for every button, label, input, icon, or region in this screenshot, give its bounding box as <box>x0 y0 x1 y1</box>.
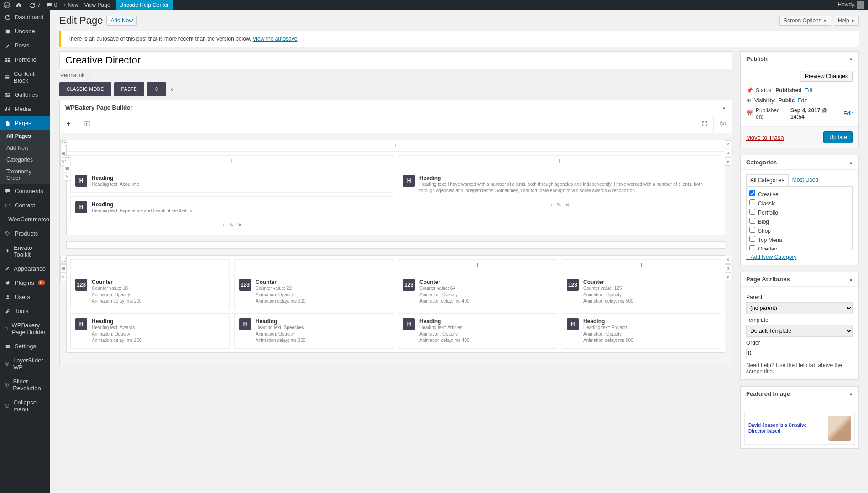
spacer-row[interactable] <box>66 241 725 249</box>
delete-icon[interactable]: ✕ <box>565 202 570 208</box>
sidebar-item-content-block[interactable]: Content Block <box>0 67 50 88</box>
row-delete-icon[interactable]: ✕ <box>725 256 731 264</box>
help-button[interactable]: Help ▼ <box>834 16 859 26</box>
edit-icon[interactable]: ✎ <box>229 222 234 228</box>
heading-element[interactable]: H HeadingHeading text: SpeechesAnimation… <box>234 313 393 349</box>
sidebar-item-dashboard[interactable]: Dashboard <box>0 10 50 24</box>
heading-element[interactable]: H Heading Heading text: I have worked wi… <box>398 170 721 199</box>
screen-options-button[interactable]: Screen Options ▼ <box>779 16 831 26</box>
row-move-icon[interactable]: ⛶ <box>60 140 67 148</box>
col-move-icon[interactable]: ⛶ <box>64 155 70 163</box>
sidebar-item-uncode[interactable]: Uncode <box>0 24 50 38</box>
howdy-text[interactable]: Howdy, <box>838 1 864 9</box>
row-delete-icon[interactable]: ✕ <box>725 140 731 148</box>
sidebar-item-pages[interactable]: Pages <box>0 116 50 130</box>
sidebar-item-contact[interactable]: Contact <box>0 198 50 212</box>
featured-image-metabox-header[interactable]: Featured Image▲ <box>741 387 858 401</box>
add-element-icon[interactable]: + <box>60 115 78 133</box>
edit-date-link[interactable]: Edit <box>843 110 853 117</box>
builder-panel-header[interactable]: WPBakery Page Builder ▲ <box>60 100 732 115</box>
sidebar-item-plugins[interactable]: Plugins6 <box>0 276 50 290</box>
sidebar-item-comments[interactable]: Comments <box>0 184 50 198</box>
sidebar-item-wpbakery[interactable]: WPBakery Page Builder <box>0 318 50 339</box>
page-attributes-metabox-header[interactable]: Page Attributes▲ <box>741 272 858 287</box>
sidebar-item-tools[interactable]: Tools <box>0 304 50 318</box>
preview-changes-button[interactable]: Preview Changes <box>800 71 853 82</box>
update-button[interactable]: Update <box>823 131 853 143</box>
add-icon[interactable]: + <box>549 202 553 208</box>
heading-element[interactable]: H Heading Heading text: About me <box>70 170 393 193</box>
sidebar-item-settings[interactable]: Settings <box>0 339 50 353</box>
help-center-link[interactable]: Uncode Help Center <box>116 0 173 10</box>
counter-element[interactable]: 123 CounterCounter value: 64Animation: O… <box>398 274 557 309</box>
sidebar-item-posts[interactable]: Posts <box>0 38 50 52</box>
permalink-url[interactable] <box>86 71 90 79</box>
row-clone-icon[interactable]: ⧉ <box>725 264 731 273</box>
col-cols-icon[interactable]: ▦ <box>64 164 70 172</box>
row-cols-icon[interactable]: ▦ <box>60 264 67 273</box>
sidebar-sub-categories[interactable]: Categories <box>0 154 50 166</box>
fullscreen-icon[interactable] <box>695 115 713 133</box>
row-add-icon[interactable]: + <box>67 140 725 152</box>
move-to-trash-link[interactable]: Move to Trash <box>746 134 784 141</box>
col-add-icon[interactable]: + <box>398 155 721 166</box>
col-add-icon[interactable]: + <box>234 259 393 270</box>
sidebar-item-products[interactable]: Products <box>0 226 50 241</box>
counter-element[interactable]: 123 CounterCounter value: 22Animation: O… <box>234 274 393 309</box>
home-icon[interactable] <box>16 2 24 8</box>
featured-minus-icon[interactable]: — <box>744 405 855 412</box>
paste-button[interactable]: PASTE <box>114 82 145 96</box>
row-edit-icon[interactable]: ✎ <box>60 273 67 281</box>
heading-element[interactable]: H Heading Heading text: Experience and b… <box>70 196 393 219</box>
parent-select[interactable]: (no parent) <box>746 302 853 314</box>
heading-element[interactable]: H HeadingHeading text: ArticlesAnimation… <box>398 313 557 349</box>
edit-icon[interactable]: ✎ <box>557 202 561 208</box>
sidebar-sub-taxonomy[interactable]: Taxonomy Order <box>0 166 50 184</box>
updates-item[interactable]: 7 <box>29 2 41 8</box>
sidebar-item-galleries[interactable]: Galleries <box>0 88 50 102</box>
row-toggle-icon[interactable]: ▾ <box>725 273 731 281</box>
heading-element[interactable]: H HeadingHeading text: AwardsAnimation: … <box>70 313 230 349</box>
sidebar-sub-add-new[interactable]: Add New <box>0 142 50 154</box>
col-add-icon[interactable]: + <box>70 259 230 270</box>
counter-element[interactable]: 123 CounterCounter value: 18Animation: O… <box>70 274 230 309</box>
wp-logo-icon[interactable] <box>4 2 10 8</box>
counter-element[interactable]: 123 CounterCounter value: 125Animation: … <box>562 274 721 309</box>
gear-icon[interactable] <box>713 115 732 133</box>
cat-creative-checkbox[interactable] <box>749 190 755 196</box>
sidebar-item-appearance[interactable]: Appearance <box>0 262 50 276</box>
cat-portfolio-checkbox[interactable] <box>749 209 755 215</box>
row-toggle-icon[interactable]: ▾ <box>725 157 731 166</box>
cat-blog-checkbox[interactable] <box>749 218 755 224</box>
publish-metabox-header[interactable]: Publish▲ <box>741 52 858 66</box>
cat-overlay-checkbox[interactable] <box>749 245 755 250</box>
sidebar-sub-all-pages[interactable]: All Pages <box>0 130 50 142</box>
tab-all-categories[interactable]: All Categories <box>746 174 789 186</box>
add-icon[interactable]: + <box>222 222 225 228</box>
sidebar-item-users[interactable]: Users <box>0 290 50 304</box>
template-select[interactable]: Default Template <box>746 325 853 337</box>
order-input[interactable] <box>746 348 769 358</box>
classic-mode-button[interactable]: CLASSIC MODE <box>59 82 111 96</box>
edit-visibility-link[interactable]: Edit <box>797 97 807 104</box>
categories-metabox-header[interactable]: Categories▲ <box>741 155 858 170</box>
view-autosave-link[interactable]: View the autosave <box>253 36 298 42</box>
view-page-link[interactable]: View Page <box>84 2 110 8</box>
edit-status-link[interactable]: Edit <box>805 87 814 94</box>
add-new-category-link[interactable]: + Add New Category <box>746 254 796 260</box>
col-add-icon[interactable]: + <box>562 259 721 270</box>
tab-most-used[interactable]: Most Used <box>789 174 822 186</box>
col-edit-icon[interactable]: ✎ <box>64 173 70 181</box>
template-icon[interactable] <box>78 115 96 133</box>
sidebar-item-collapse[interactable]: Collapse menu <box>0 395 50 416</box>
heading-element[interactable]: H HeadingHeading text: ProjectsAnimation… <box>562 313 721 349</box>
page-title-input[interactable] <box>59 51 732 69</box>
add-new-button[interactable]: Add New <box>106 16 137 26</box>
sidebar-item-layerslider[interactable]: LayerSlider WP <box>0 353 50 374</box>
cat-classic-checkbox[interactable] <box>749 199 755 205</box>
undo-count-button[interactable]: 0 <box>147 82 166 96</box>
sidebar-item-media[interactable]: Media <box>0 102 50 116</box>
delete-icon[interactable]: ✕ <box>237 222 242 228</box>
col-add-icon[interactable]: + <box>70 155 393 166</box>
sidebar-item-envato[interactable]: Envato Toolkit <box>0 241 50 262</box>
